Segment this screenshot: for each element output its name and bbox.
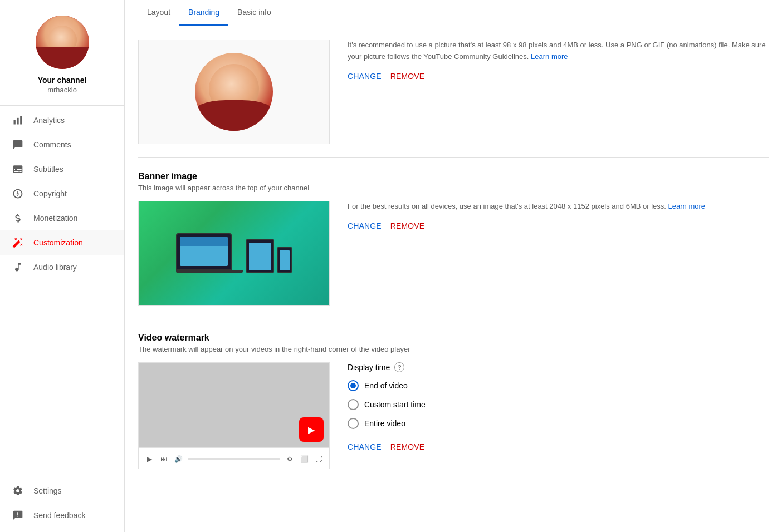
radio-outer-end-of-video	[348, 380, 359, 391]
sidebar-profile: Your channel mrhackio	[0, 0, 124, 105]
phone-screen	[277, 247, 292, 273]
sidebar-divider	[0, 105, 124, 106]
banner-mockup	[139, 201, 329, 305]
video-watermark-actions: CHANGE REMOVE	[348, 442, 769, 451]
tablet-screen	[246, 239, 274, 273]
tab-branding[interactable]: Branding	[179, 0, 228, 26]
profile-picture-actions: CHANGE REMOVE	[348, 72, 769, 81]
video-watermark-remove-button[interactable]: REMOVE	[390, 442, 425, 451]
settings-icon[interactable]: ⚙	[285, 454, 295, 464]
video-watermark-title: Video watermark	[138, 333, 769, 343]
banner-image-section: Banner image This image will appear acro…	[138, 158, 769, 319]
feedback-icon	[11, 509, 25, 522]
sidebar-item-audio-library[interactable]: Audio library	[0, 255, 124, 279]
laptop-screen	[176, 233, 243, 273]
sidebar-item-settings[interactable]: Settings	[0, 479, 124, 503]
svg-rect-1	[17, 118, 18, 125]
display-time-label: Display time	[348, 363, 390, 372]
miniplayer-icon[interactable]: ⬜	[299, 454, 309, 464]
sidebar-label-customization: Customization	[33, 238, 83, 247]
phone-inner	[280, 250, 290, 270]
video-watermark-body: ▶ ⏭ 🔊 ⚙ ⬜ ⛶ Display time	[138, 362, 769, 469]
radio-entire-video[interactable]: Entire video	[348, 418, 769, 429]
volume-icon[interactable]: 🔊	[173, 454, 183, 464]
audio-icon	[11, 260, 25, 274]
comment-icon	[11, 138, 25, 151]
profile-picture-section: It's recommended to use a picture that's…	[138, 26, 769, 158]
tab-basic-info[interactable]: Basic info	[228, 0, 280, 26]
laptop-display	[176, 233, 232, 270]
skip-button-icon[interactable]: ⏭	[159, 454, 169, 464]
display-time-header: Display time ?	[348, 362, 769, 372]
banner-image-remove-button[interactable]: REMOVE	[390, 221, 425, 230]
profile-avatar-image	[195, 53, 273, 131]
profile-picture-info-text: It's recommended to use a picture that's…	[348, 40, 769, 63]
radio-outer-custom	[348, 399, 359, 410]
sidebar-nav: Analytics Comments Subtitles C Copyright	[0, 108, 124, 474]
radio-custom-start-time[interactable]: Custom start time	[348, 399, 769, 410]
tablet-inner	[249, 243, 271, 270]
profile-picture-remove-button[interactable]: REMOVE	[390, 72, 425, 81]
copyright-icon: C	[11, 187, 25, 200]
tabs-bar: Layout Branding Basic info	[125, 0, 782, 26]
sidebar-item-monetization[interactable]: Monetization	[0, 206, 124, 230]
radio-end-of-video[interactable]: End of video	[348, 380, 769, 391]
radio-outer-entire	[348, 418, 359, 429]
profile-picture-learn-more-link[interactable]: Learn more	[531, 52, 568, 61]
sidebar-label-settings: Settings	[33, 486, 62, 495]
sidebar-label-analytics: Analytics	[33, 116, 65, 125]
sidebar-label-send-feedback: Send feedback	[33, 511, 85, 520]
video-watermark-info: Display time ? End of video	[348, 362, 769, 451]
banner-image-info: For the best results on all devices, use…	[348, 201, 769, 230]
sidebar-item-analytics[interactable]: Analytics	[0, 108, 124, 132]
video-watermark-subtitle: The watermark will appear on your videos…	[138, 345, 769, 353]
sidebar-label-comments: Comments	[33, 140, 71, 149]
video-watermark-change-button[interactable]: CHANGE	[348, 442, 382, 451]
progress-bar[interactable]	[188, 458, 280, 460]
sidebar-label-audio-library: Audio library	[33, 263, 77, 272]
avatar[interactable]	[36, 16, 89, 69]
channel-handle: mrhackio	[47, 86, 77, 94]
main-content: Layout Branding Basic info It's recommen…	[125, 0, 782, 532]
customization-icon	[11, 236, 25, 249]
display-time-radio-group: End of video Custom start time Entire vi…	[348, 380, 769, 429]
subtitles-icon	[11, 162, 25, 176]
gear-icon	[11, 484, 25, 497]
profile-picture-info: It's recommended to use a picture that's…	[348, 40, 769, 81]
sidebar-bottom: Settings Send feedback	[0, 474, 124, 532]
fullscreen-icon[interactable]: ⛶	[314, 454, 324, 464]
banner-image-preview	[138, 201, 330, 306]
sidebar-item-customization[interactable]: Customization	[0, 230, 124, 255]
radio-label-entire-video: Entire video	[364, 419, 405, 428]
laptop-inner	[180, 237, 228, 266]
sidebar-item-comments[interactable]: Comments	[0, 132, 124, 157]
display-time-section: Display time ? End of video	[348, 362, 769, 451]
banner-image-subtitle: This image will appear across the top of…	[138, 184, 769, 192]
banner-image-learn-more-link[interactable]: Learn more	[668, 202, 705, 210]
svg-rect-2	[20, 116, 22, 125]
profile-picture-preview	[138, 40, 330, 144]
channel-name: Your channel	[38, 76, 87, 85]
watermark-badge	[299, 417, 324, 442]
display-time-help-icon[interactable]: ?	[394, 362, 404, 372]
banner-image-actions: CHANGE REMOVE	[348, 221, 769, 230]
dollar-icon	[11, 211, 25, 225]
banner-image-body: For the best results on all devices, use…	[138, 201, 769, 306]
laptop-base	[176, 270, 243, 273]
profile-picture-change-button[interactable]: CHANGE	[348, 72, 382, 81]
tab-layout[interactable]: Layout	[138, 0, 179, 26]
banner-screens	[176, 233, 292, 273]
sidebar-label-subtitles: Subtitles	[33, 165, 63, 174]
svg-rect-0	[14, 120, 16, 125]
sidebar: Your channel mrhackio Analytics Comments…	[0, 0, 125, 532]
video-controls: ▶ ⏭ 🔊 ⚙ ⬜ ⛶	[139, 447, 329, 469]
sidebar-item-send-feedback[interactable]: Send feedback	[0, 503, 124, 528]
radio-label-custom-start-time: Custom start time	[364, 400, 426, 409]
video-watermark-section: Video watermark The watermark will appea…	[138, 319, 769, 482]
banner-image-change-button[interactable]: CHANGE	[348, 221, 382, 230]
play-button-icon[interactable]: ▶	[144, 454, 154, 464]
sidebar-item-copyright[interactable]: C Copyright	[0, 181, 124, 206]
banner-image-title: Banner image	[138, 171, 769, 181]
radio-inner-end-of-video	[350, 383, 356, 388]
sidebar-item-subtitles[interactable]: Subtitles	[0, 157, 124, 181]
